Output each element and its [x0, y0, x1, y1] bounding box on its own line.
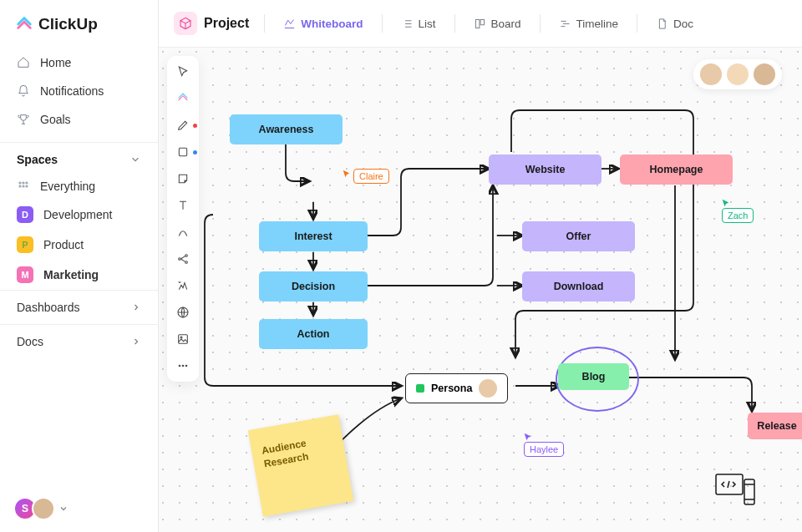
- space-chip-p: P: [17, 236, 33, 253]
- svg-point-2: [26, 182, 28, 184]
- node-homepage[interactable]: Homepage: [620, 155, 733, 185]
- topbar: Project Whiteboard List Board Timeline D…: [159, 0, 802, 48]
- node-action[interactable]: Action: [259, 319, 368, 349]
- nav-dashboards-label: Dashboards: [17, 301, 80, 314]
- spaces-header-label: Spaces: [17, 153, 58, 166]
- node-awareness[interactable]: Awareness: [230, 114, 343, 144]
- space-development[interactable]: DDevelopment: [0, 200, 158, 230]
- nav-docs-label: Docs: [17, 335, 43, 348]
- tool-select[interactable]: [175, 64, 190, 79]
- bell-icon: [17, 84, 30, 98]
- svg-rect-7: [480, 19, 484, 24]
- relation-icon: [176, 252, 190, 266]
- tool-clickup[interactable]: [175, 91, 190, 106]
- persona-avatar: [479, 379, 497, 398]
- tool-relation[interactable]: [175, 251, 190, 266]
- cursor-claire: Claire: [341, 169, 389, 181]
- space-development-label: Development: [43, 208, 113, 221]
- cube-icon: [179, 17, 192, 30]
- chevron-down-icon: [129, 154, 141, 165]
- doc-icon: [656, 18, 668, 30]
- user-avatars[interactable]: S: [13, 497, 69, 520]
- node-interest[interactable]: Interest: [259, 221, 368, 251]
- separator: [382, 14, 383, 33]
- sticky-note[interactable]: Audience Research: [248, 414, 354, 517]
- svg-point-1: [23, 182, 24, 184]
- separator: [637, 14, 637, 33]
- tab-whiteboard[interactable]: Whiteboard: [275, 13, 371, 35]
- board-icon: [474, 18, 486, 30]
- tool-chart[interactable]: [175, 278, 190, 293]
- tab-board-label: Board: [491, 18, 521, 30]
- logo-text: ClickUp: [38, 15, 98, 33]
- node-download[interactable]: Download: [522, 271, 635, 301]
- whiteboard-canvas[interactable]: Awareness Interest Decision Action Websi…: [159, 48, 802, 532]
- presence-avatars[interactable]: [693, 59, 782, 89]
- space-chip-m: M: [17, 266, 33, 283]
- node-offer[interactable]: Offer: [522, 221, 635, 251]
- globe-icon: [176, 306, 190, 319]
- tool-web[interactable]: [175, 305, 190, 320]
- svg-point-14: [180, 337, 182, 338]
- space-marketing-label: Marketing: [43, 268, 99, 281]
- node-blog[interactable]: Blog: [558, 363, 629, 390]
- logo[interactable]: ClickUp: [0, 0, 158, 45]
- node-website[interactable]: Website: [489, 155, 602, 185]
- tab-list[interactable]: List: [393, 13, 444, 35]
- cursor-icon: [341, 169, 352, 180]
- connector-icon: [176, 225, 190, 239]
- presence-avatar-1[interactable]: [700, 63, 722, 85]
- tool-shape[interactable]: [175, 144, 190, 160]
- node-decision[interactable]: Decision: [259, 271, 368, 301]
- square-icon: [176, 145, 190, 159]
- sidebar: ClickUp Home Notifications Goals Spaces …: [0, 0, 159, 532]
- tab-board[interactable]: Board: [465, 13, 530, 35]
- sticky-icon: [176, 172, 190, 185]
- space-marketing[interactable]: MMarketing: [0, 260, 158, 290]
- svg-point-5: [26, 185, 28, 187]
- space-product[interactable]: PProduct: [0, 230, 158, 260]
- tool-image[interactable]: [175, 332, 190, 347]
- pen-icon: [176, 119, 190, 132]
- nav-notifications[interactable]: Notifications: [0, 77, 158, 105]
- svg-rect-8: [179, 148, 186, 155]
- spaces-header[interactable]: Spaces: [0, 142, 158, 173]
- clickup-logo-icon: [15, 15, 33, 33]
- svg-point-4: [23, 185, 24, 187]
- tab-doc[interactable]: Doc: [647, 13, 702, 35]
- more-icon: [176, 359, 190, 372]
- project-icon[interactable]: [174, 12, 197, 35]
- space-everything-label: Everything: [40, 180, 95, 193]
- clickup-icon: [176, 92, 190, 105]
- nav-goals[interactable]: Goals: [0, 105, 158, 134]
- tool-more[interactable]: [175, 358, 190, 373]
- tool-pen[interactable]: [175, 118, 190, 133]
- canvas-toolbar: [167, 56, 199, 382]
- space-everything[interactable]: Everything: [0, 173, 158, 200]
- tool-connector[interactable]: [175, 225, 190, 240]
- nav-home[interactable]: Home: [0, 48, 158, 77]
- tab-doc-label: Doc: [673, 18, 693, 30]
- tool-text[interactable]: [175, 198, 190, 213]
- separator: [264, 14, 265, 33]
- cursor-icon: [176, 65, 190, 79]
- svg-point-16: [182, 365, 184, 367]
- image-icon: [176, 332, 190, 346]
- presence-avatar-3[interactable]: [754, 63, 775, 85]
- sparkle-icon: [176, 279, 190, 292]
- node-release[interactable]: Release: [748, 413, 802, 439]
- nav-docs[interactable]: Docs: [0, 324, 158, 358]
- svg-rect-19: [744, 479, 754, 504]
- svg-point-9: [179, 258, 181, 261]
- nav-dashboards[interactable]: Dashboards: [0, 290, 158, 324]
- tool-sticky[interactable]: [175, 171, 190, 186]
- tab-timeline[interactable]: Timeline: [551, 13, 627, 35]
- avatar-other[interactable]: [32, 497, 55, 520]
- chevron-right-icon: [131, 302, 141, 312]
- separator: [454, 14, 455, 33]
- cursor-zach: Zach: [720, 198, 754, 220]
- svg-point-17: [185, 365, 187, 367]
- presence-avatar-2[interactable]: [727, 63, 749, 85]
- node-persona[interactable]: Persona: [405, 373, 508, 403]
- primary-nav: Home Notifications Goals: [0, 45, 158, 137]
